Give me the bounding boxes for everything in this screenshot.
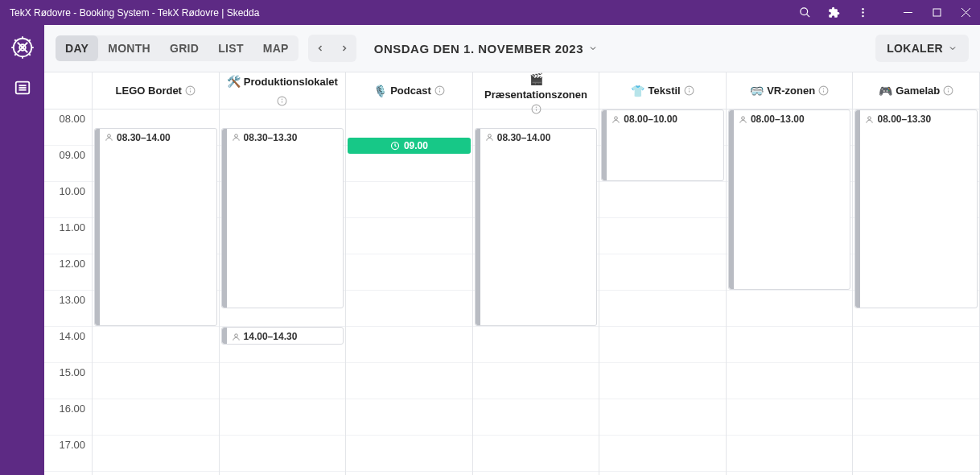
view-tab-map[interactable]: MAP [253,35,299,61]
time-row-label: 10.00 [44,182,92,218]
calendar-cell[interactable] [599,218,726,254]
calendar-cell[interactable] [599,254,726,291]
column-label: Gamelab [896,85,940,97]
calendar-cell[interactable] [599,363,726,399]
calendar-cell[interactable] [346,327,472,363]
column-label: Produktionslokalet [244,76,338,88]
maximize-button[interactable] [922,0,951,25]
svg-point-36 [536,107,537,108]
column-header[interactable]: 🎬Præsentationszonen [473,72,600,109]
more-icon[interactable] [848,0,877,25]
info-icon[interactable] [943,85,953,96]
calendar-cell[interactable] [473,436,599,472]
booking[interactable]: 08.00–13.00 [728,109,851,290]
calendar-cell[interactable] [727,436,853,472]
calendar-cell[interactable] [346,291,472,327]
column-header[interactable]: 🛠️Produktionslokalet [220,72,347,109]
info-icon[interactable] [277,96,287,106]
booking-label: 08.00–13.00 [751,114,805,125]
extensions-icon[interactable] [819,0,848,25]
calendar-cell[interactable] [473,399,599,436]
booking[interactable]: 08.00–10.00 [601,109,724,181]
booking-label: 08.30–14.00 [497,132,551,143]
booking[interactable]: 08.30–14.00 [94,128,217,327]
column-label: Tekstil [648,85,680,97]
calendar-cell[interactable] [473,327,599,363]
view-tab-month[interactable]: MONTH [98,35,160,61]
column-label: LEGO Bordet [116,85,182,97]
next-button[interactable] [332,35,356,62]
booking-bar [222,129,227,308]
calendar-cell[interactable] [346,254,472,291]
search-icon[interactable] [790,0,819,25]
column-header[interactable]: 🎙️Podcast [346,72,473,109]
view-tab-day[interactable]: DAY [56,35,98,61]
calendar-cell[interactable] [853,363,979,399]
calendar-cell[interactable] [220,363,346,399]
booking[interactable]: 08.00–13.30 [854,109,978,308]
info-icon[interactable] [185,85,196,96]
date-picker[interactable]: ONSDAG DEN 1. NOVEMBER 2023 [374,42,598,56]
info-icon[interactable] [434,85,445,96]
calendar-cell[interactable] [346,218,472,254]
view-tab-grid[interactable]: GRID [160,35,208,61]
calendar-cell[interactable] [599,327,726,363]
svg-point-51 [615,116,618,119]
prev-button[interactable] [308,35,332,62]
calendar-cell[interactable] [599,436,726,472]
calendar-column[interactable]: 08.30–14.00 [93,109,220,475]
time-row-label: 13.00 [44,291,92,327]
column-emoji-icon: 🎬 [529,72,543,85]
calendar-cell[interactable] [220,399,346,436]
lokaler-button[interactable]: LOKALER [875,35,969,62]
calendar-column[interactable]: 08.30–13.3014.00–14.30 [220,109,347,475]
calendar-cell[interactable] [220,436,346,472]
list-view-icon[interactable] [8,73,37,102]
calendar-cell[interactable] [93,399,219,436]
svg-point-42 [823,89,824,89]
calendar-cell[interactable] [599,399,726,436]
calendar-cell[interactable] [853,399,979,436]
time-row-label: 16.00 [44,399,92,436]
calendar-cell[interactable] [727,291,853,327]
calendar-cell[interactable] [346,436,472,472]
calendar-column[interactable]: 08.30–14.00 [473,109,600,475]
calendar-cell[interactable] [599,182,726,218]
calendar-column[interactable]: 09.00 [346,109,473,475]
svg-point-45 [948,89,949,89]
svg-point-48 [234,333,237,337]
calendar-column[interactable]: 08.00–10.00 [599,109,727,475]
calendar-cell[interactable] [853,327,979,363]
calendar-cell[interactable] [853,436,979,472]
booking[interactable]: 14.00–14.30 [221,327,344,345]
calendar-cell[interactable] [346,182,472,218]
calendar-column[interactable]: 08.00–13.30 [853,109,980,475]
booking[interactable]: 08.30–14.00 [475,128,598,327]
calendar-cell[interactable] [93,436,219,472]
calendar-cell[interactable] [727,327,853,363]
minimize-button[interactable] [893,0,922,25]
time-row-label: 08.00 [44,109,92,146]
calendar-column[interactable]: 08.00–13.00 [727,109,854,475]
column-header[interactable]: LEGO Bordet [93,72,220,109]
app-logo-icon[interactable] [8,33,37,62]
calendar-cell[interactable] [599,291,726,327]
column-header[interactable]: 👕Tekstil [599,72,727,109]
column-header[interactable]: 🥽VR-zonen [727,72,854,109]
calendar-cell[interactable] [346,363,472,399]
info-icon[interactable] [818,85,829,96]
calendar-cell[interactable] [346,399,472,436]
calendar-cell[interactable] [727,363,853,399]
calendar-cell[interactable] [93,327,219,363]
column-header[interactable]: 🎮Gamelab [853,72,980,109]
calendar-cell[interactable] [473,363,599,399]
svg-point-39 [689,89,690,89]
svg-point-0 [800,8,807,15]
info-icon[interactable] [684,85,694,96]
calendar-cell[interactable] [93,363,219,399]
booking-label: 08.00–10.00 [624,114,677,125]
view-tab-list[interactable]: LIST [208,35,253,61]
calendar-cell[interactable] [727,399,853,436]
booking[interactable]: 08.30–13.30 [221,128,344,308]
close-button[interactable] [951,0,980,25]
